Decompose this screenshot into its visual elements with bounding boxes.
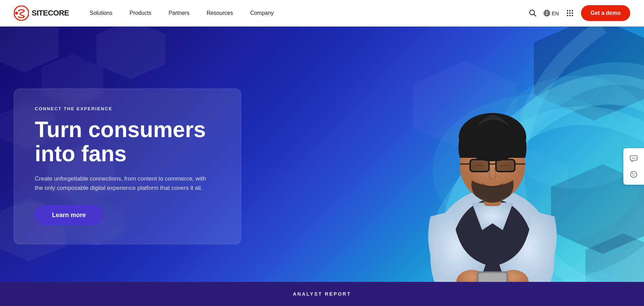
nav-link-resources[interactable]: Resources	[207, 10, 233, 16]
navbar-right: EN Get a demo	[529, 5, 630, 21]
svg-point-37	[633, 157, 634, 158]
svg-point-14	[572, 12, 573, 14]
nav-link-company[interactable]: Company	[250, 10, 273, 16]
svg-point-36	[632, 157, 633, 158]
logo-container[interactable]: SITECORE	[14, 6, 69, 21]
search-button[interactable]	[529, 9, 537, 17]
nav-item-solutions[interactable]: Solutions	[90, 10, 112, 16]
navbar-left: SITECORE Solutions Products Partners Res…	[14, 6, 274, 21]
svg-point-10	[569, 10, 571, 11]
analyst-report-label: ANALYST REPORT	[293, 291, 351, 297]
chat-icon	[630, 155, 637, 162]
nav-item-products[interactable]: Products	[129, 10, 151, 16]
svg-point-17	[572, 15, 573, 16]
learn-more-button[interactable]: Learn more	[35, 205, 103, 225]
hero-section: CONNECT THE EXPERIENCE Turn consumers in…	[0, 27, 644, 306]
nav-link-partners[interactable]: Partners	[168, 10, 189, 16]
search-icon	[529, 9, 537, 17]
cookie-widget-button[interactable]	[626, 167, 641, 182]
svg-point-39	[631, 171, 637, 177]
nav-links: Solutions Products Partners Resources Co…	[90, 10, 273, 16]
navbar: SITECORE Solutions Products Partners Res…	[0, 0, 644, 27]
svg-point-38	[635, 157, 635, 158]
svg-point-41	[634, 174, 635, 174]
get-demo-button[interactable]: Get a demo	[581, 5, 630, 21]
svg-point-9	[567, 10, 568, 11]
nav-link-products[interactable]: Products	[129, 10, 151, 16]
hero-card: CONNECT THE EXPERIENCE Turn consumers in…	[14, 88, 241, 244]
language-label: EN	[552, 10, 559, 16]
hero-person-image	[403, 58, 582, 306]
apps-grid-button[interactable]	[566, 9, 574, 17]
chat-widget-button[interactable]	[626, 151, 641, 166]
nav-item-partners[interactable]: Partners	[168, 10, 189, 16]
svg-point-40	[632, 173, 633, 174]
svg-line-3	[534, 14, 536, 17]
grid-icon	[566, 9, 574, 17]
cookie-icon	[630, 171, 637, 178]
svg-point-43	[634, 175, 635, 176]
nav-item-company[interactable]: Company	[250, 10, 273, 16]
svg-point-12	[567, 12, 568, 14]
person-silhouette	[403, 58, 582, 306]
logo-text: SITECORE	[32, 9, 69, 18]
nav-item-resources[interactable]: Resources	[207, 10, 233, 16]
svg-point-1	[15, 12, 18, 14]
side-widgets	[623, 148, 644, 185]
globe-icon	[543, 10, 550, 17]
hero-description: Create unforgettable connections, from c…	[35, 174, 214, 193]
nav-link-solutions[interactable]: Solutions	[90, 10, 112, 16]
svg-point-42	[633, 175, 633, 175]
hero-title: Turn consumers into fans	[35, 117, 224, 166]
sitecore-logo-icon	[14, 6, 29, 21]
svg-point-11	[572, 10, 573, 11]
svg-point-16	[569, 15, 571, 16]
svg-point-15	[567, 15, 568, 16]
hero-eyebrow: CONNECT THE EXPERIENCE	[35, 106, 224, 111]
language-button[interactable]: EN	[543, 10, 559, 17]
svg-point-13	[569, 12, 571, 14]
bottom-bar: ANALYST REPORT	[0, 282, 644, 306]
